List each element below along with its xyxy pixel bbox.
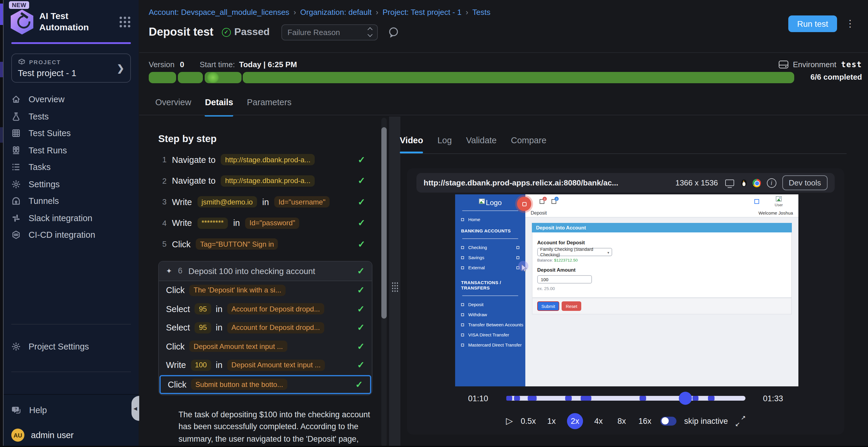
selector-badge[interactable]: Submit button at the botto... (191, 379, 287, 390)
panel-splitter[interactable] (389, 116, 400, 447)
tab-parameters[interactable]: Parameters (247, 98, 291, 116)
progress-segment[interactable] (243, 72, 794, 83)
progress-segment[interactable] (178, 72, 203, 83)
step-group-header[interactable]: ✦ 6 Deposit 100 into checking account ✓ (159, 261, 372, 281)
steps-scrollbar-thumb[interactable] (381, 127, 387, 319)
progress-segment[interactable] (205, 72, 242, 83)
play-icon[interactable]: ▷ (506, 415, 513, 426)
sidebar-collapse-handle[interactable]: ◀ (131, 396, 139, 421)
value-badge[interactable]: http://stage.dbank.prod-a... (221, 154, 315, 166)
speed-2x[interactable]: 2x (567, 413, 583, 429)
tab-details[interactable]: Details (205, 98, 233, 116)
selector-badge[interactable]: Id="password" (245, 217, 299, 229)
selector-badge[interactable]: Tag="BUTTON" Sign in (196, 239, 278, 250)
bank-nav-deposit[interactable]: Deposit (455, 300, 525, 310)
step-row-3[interactable]: 3 Write jsmith@demo.io in Id="username" … (152, 192, 384, 212)
steps-scrollbar[interactable] (381, 118, 387, 447)
sidebar-item-slack-integration[interactable]: Slack integration (4, 209, 138, 227)
video-frame[interactable]: Logo Home BANKING ACCOUNTS Checking Savi… (455, 194, 798, 386)
sidebar-item-settings[interactable]: Settings (4, 176, 138, 193)
topbar-square-icon[interactable] (754, 199, 759, 204)
bank-nav-visa[interactable]: VISA Direct Transfer (455, 330, 525, 340)
speed-4x[interactable]: 4x (591, 416, 606, 425)
dev-tools-button[interactable]: Dev tools (782, 175, 828, 190)
sidebar-item-test-runs[interactable]: Test Runs (4, 142, 138, 159)
step-row-1[interactable]: 1 Navigate to http://stage.dbank.prod-a.… (152, 149, 384, 170)
tab-video[interactable]: Video (400, 136, 423, 153)
sidebar-item-project-settings[interactable]: Project Settings (4, 338, 138, 355)
info-icon[interactable]: i (767, 178, 776, 187)
bank-reset-button[interactable]: Reset (562, 301, 582, 311)
step-row-2[interactable]: 2 Navigate to http://stage.dbank.prod-a.… (152, 170, 384, 192)
breadcrumb-tests[interactable]: Tests (472, 8, 491, 16)
timeline-thumb[interactable] (679, 392, 692, 405)
apps-grid-icon[interactable] (120, 16, 130, 27)
substep-row-selected[interactable]: Click Submit button at the botto... ✓ (159, 375, 371, 394)
tab-compare[interactable]: Compare (511, 136, 547, 153)
sidebar-item-tasks[interactable]: Tasks (4, 159, 138, 176)
sidebar-item-test-suites[interactable]: Test Suites (4, 125, 138, 142)
tab-log[interactable]: Log (437, 136, 452, 153)
bank-submit-button[interactable]: Submit (537, 301, 559, 311)
bank-nav-checking[interactable]: Checking (455, 243, 525, 253)
user-menu[interactable]: AU admin user (4, 423, 138, 447)
sidebar-item-tests[interactable]: Tests (4, 108, 138, 125)
tab-validate[interactable]: Validate (466, 136, 497, 153)
skip-inactive-toggle[interactable] (660, 416, 676, 425)
value-badge[interactable]: 95 (195, 304, 211, 315)
breadcrumb-organization[interactable]: Organization: default (300, 8, 372, 16)
project-selector[interactable]: PROJECT Test project - 1 ❯ (11, 54, 131, 82)
value-badge[interactable]: 95 (195, 322, 211, 334)
notification-icon[interactable]: 0 (539, 199, 545, 204)
value-badge[interactable]: jsmith@demo.io (197, 197, 257, 208)
tab-overview[interactable]: Overview (155, 98, 191, 116)
speed-8x[interactable]: 8x (614, 416, 629, 425)
selector-badge[interactable]: Id="username" (274, 197, 330, 208)
selector-badge[interactable]: Deposit Amount text input ... (189, 341, 287, 352)
deposit-amount-input[interactable]: 100 (537, 275, 592, 283)
substep-row[interactable]: Write 100 in Deposit Amount text input .… (159, 356, 372, 375)
kebab-menu-icon[interactable]: ⋮ (845, 18, 855, 29)
progress-segment[interactable] (149, 72, 176, 83)
fullscreen-icon[interactable]: ↗↙ (736, 416, 745, 425)
sidebar-item-overview[interactable]: Overview (4, 91, 138, 108)
bank-nav-savings[interactable]: Savings (455, 253, 525, 263)
sidebar-item-help[interactable]: ? Help (4, 397, 138, 423)
value-badge[interactable]: http://stage.dbank.prod-a... (221, 175, 315, 187)
comment-icon[interactable] (388, 26, 400, 38)
step-row-4[interactable]: 4 Write ******** in Id="password" ✓ (152, 212, 384, 234)
bank-nav-transfer[interactable]: Transfer Between Accounts (455, 320, 525, 330)
breadcrumb-project[interactable]: Project: Test project - 1 (382, 8, 461, 16)
account-select[interactable]: Family Checking (Standard Checking)▾ (537, 248, 612, 256)
value-badge[interactable]: ******** (197, 217, 228, 229)
select-chevrons-icon (369, 28, 372, 36)
bank-nav-withdraw[interactable]: Withdraw (455, 310, 525, 320)
substep-row[interactable]: Select 95 in Account for Deposit dropd..… (159, 300, 372, 318)
message-icon[interactable]: 0 (552, 199, 556, 204)
speed-16x[interactable]: 16x (637, 416, 653, 425)
selector-badge[interactable]: Deposit Amount text input ... (227, 359, 325, 371)
failure-reason-select[interactable]: Failure Reason (282, 24, 378, 40)
breadcrumb-account[interactable]: Account: Devspace_all_module_licenses (149, 8, 289, 16)
sidebar-item-cicd-integration[interactable]: CI-CD integration (4, 227, 138, 243)
speed-0-5x[interactable]: 0.5x (521, 416, 536, 425)
broken-image-icon (478, 199, 485, 204)
bank-nav-external[interactable]: External (455, 263, 525, 273)
timeline-track[interactable] (506, 396, 745, 401)
selector-badge[interactable]: Account for Deposit dropd... (227, 322, 324, 334)
step-row-5[interactable]: 5 Click Tag="BUTTON" Sign in ✓ (152, 234, 384, 255)
speed-1x[interactable]: 1x (544, 416, 559, 425)
selector-badge[interactable]: The 'Deposit' link with a si... (189, 285, 285, 296)
bank-nav-mastercard[interactable]: Mastercard Direct Transfer (455, 340, 525, 350)
substep-row[interactable]: Click Deposit Amount text input ... ✓ (159, 337, 372, 356)
selector-badge[interactable]: Account for Deposit dropd... (227, 304, 324, 315)
substep-row[interactable]: Select 95 in Account for Deposit dropd..… (159, 318, 372, 337)
sidebar-item-tunnels[interactable]: Tunnels (4, 193, 138, 209)
substep-row[interactable]: Click The 'Deposit' link with a si... ✓ (159, 281, 372, 300)
run-test-button[interactable]: Run test (788, 15, 837, 32)
project-label: PROJECT (29, 59, 61, 65)
bank-nav-home[interactable]: Home (455, 215, 525, 225)
page-url[interactable]: http://stage.dbank.prod-apps.relicx.ai:8… (424, 178, 669, 187)
bank-page-header: Deposit Welcome Joshua (525, 209, 798, 217)
value-badge[interactable]: 100 (191, 359, 211, 371)
